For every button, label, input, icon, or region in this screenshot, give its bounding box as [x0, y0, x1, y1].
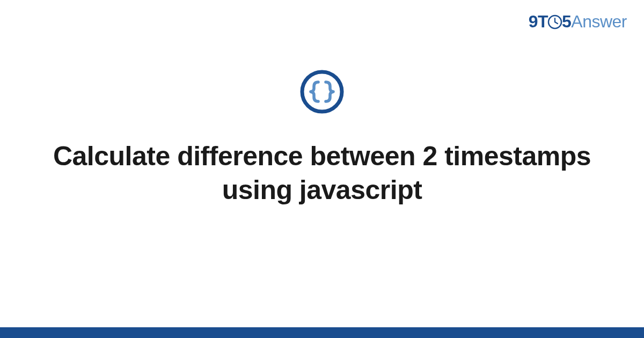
logo-text-9t: 9T: [529, 12, 548, 31]
site-logo: 9T5Answer: [529, 12, 627, 32]
logo-text-answer: Answer: [571, 12, 627, 31]
main-content: Calculate difference between 2 timestamp…: [0, 70, 644, 207]
code-braces-icon: [300, 70, 344, 114]
page-title: Calculate difference between 2 timestamp…: [32, 139, 612, 207]
logo-text-5: 5: [562, 12, 571, 31]
svg-line-2: [555, 22, 558, 24]
clock-icon: [547, 14, 562, 30]
footer-accent-bar: [0, 327, 644, 338]
svg-point-3: [302, 72, 342, 112]
